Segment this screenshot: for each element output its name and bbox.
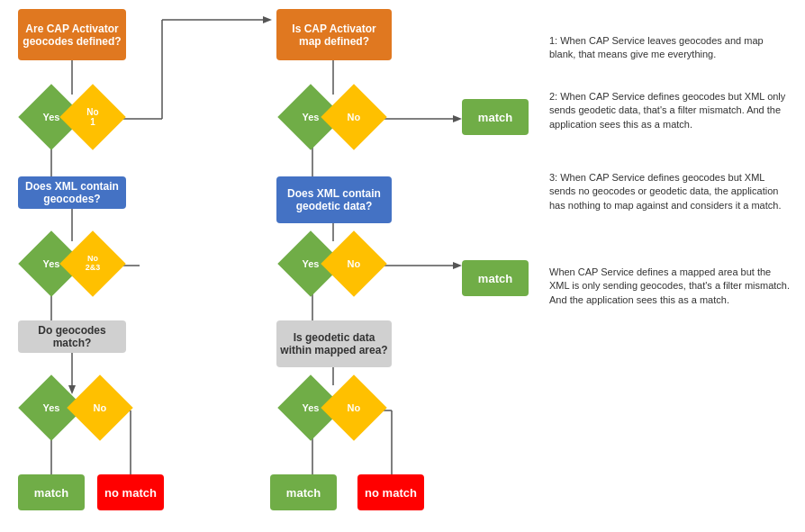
geodetic-within-no-diamond: No — [330, 383, 378, 432]
no-match-box-left: no match — [97, 474, 164, 510]
annotation-2: 2: When CAP Service defines geocodes but… — [549, 90, 792, 131]
svg-marker-20 — [453, 262, 462, 269]
geodetic-within-box: Is geodetic data within mapped area? — [276, 320, 392, 367]
geodetic-no-diamond: No — [330, 239, 378, 288]
match-box-right-bottom: match — [270, 474, 337, 510]
xml-geodetic-box: Does XML contain geodetic data? — [276, 176, 392, 223]
map-no-diamond: No — [330, 93, 378, 141]
geocodes-no1-diamond: No1 — [68, 93, 117, 141]
annotation-3: 3: When CAP Service defines geocodes but… — [549, 171, 792, 212]
annotation-4: When CAP Service defines a mapped area b… — [549, 266, 792, 307]
svg-marker-5 — [263, 16, 272, 23]
xml-geocodes-box: Does XML contain geocodes? — [18, 176, 126, 209]
cap-map-defined-box: Is CAP Activator map defined? — [276, 9, 392, 60]
annotation-1: 1: When CAP Service leaves geocodes and … — [549, 34, 792, 62]
geocodes-match-box: Do geocodes match? — [18, 320, 126, 353]
geocodes-match-no-diamond: No — [76, 383, 124, 432]
svg-marker-16 — [453, 115, 462, 122]
no-match-box-right: no match — [357, 474, 424, 510]
xml-geocodes-no23-diamond: No2&3 — [68, 239, 117, 288]
match-box-right1: match — [462, 99, 529, 135]
cap-geocodes-defined-box: Are CAP Activator geocodes defined? — [18, 9, 126, 60]
match-box-right2: match — [462, 260, 529, 296]
match-box-left: match — [18, 474, 85, 510]
